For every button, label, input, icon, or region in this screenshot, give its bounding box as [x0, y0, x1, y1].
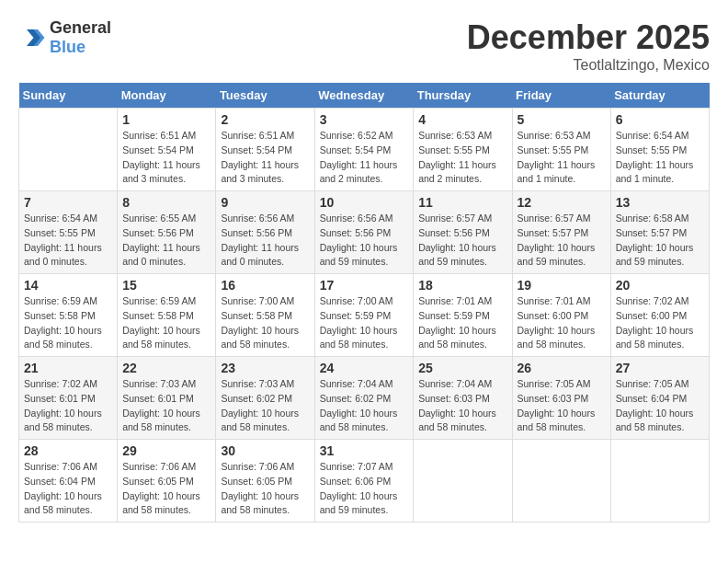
- calendar-day-cell: 31Sunrise: 7:07 AM Sunset: 6:06 PM Dayli…: [314, 440, 414, 523]
- calendar-day-cell: 30Sunrise: 7:06 AM Sunset: 6:05 PM Dayli…: [216, 440, 314, 523]
- day-info: Sunrise: 7:04 AM Sunset: 6:03 PM Dayligh…: [418, 377, 506, 435]
- day-number: 4: [418, 112, 506, 127]
- calendar-day-cell: 12Sunrise: 6:57 AM Sunset: 5:57 PM Dayli…: [512, 191, 610, 274]
- calendar-day-cell: 20Sunrise: 7:02 AM Sunset: 6:00 PM Dayli…: [610, 274, 709, 357]
- day-info: Sunrise: 6:56 AM Sunset: 5:56 PM Dayligh…: [221, 212, 309, 270]
- calendar-day-cell: 10Sunrise: 6:56 AM Sunset: 5:56 PM Dayli…: [314, 191, 414, 274]
- calendar-day-cell: 28Sunrise: 7:06 AM Sunset: 6:04 PM Dayli…: [19, 440, 118, 523]
- day-info: Sunrise: 6:52 AM Sunset: 5:54 PM Dayligh…: [320, 129, 409, 187]
- calendar-day-cell: 13Sunrise: 6:58 AM Sunset: 5:57 PM Dayli…: [610, 191, 709, 274]
- calendar-day-cell: 4Sunrise: 6:53 AM Sunset: 5:55 PM Daylig…: [414, 109, 512, 191]
- day-number: 25: [418, 361, 506, 375]
- day-info: Sunrise: 7:00 AM Sunset: 5:58 PM Dayligh…: [221, 294, 309, 352]
- day-number: 17: [320, 278, 409, 293]
- calendar-day-cell: [414, 440, 512, 523]
- calendar-week-row: 21Sunrise: 7:02 AM Sunset: 6:01 PM Dayli…: [19, 357, 710, 440]
- calendar-day-cell: 3Sunrise: 6:52 AM Sunset: 5:54 PM Daylig…: [314, 109, 414, 191]
- day-number: 18: [418, 278, 506, 293]
- page-header: General Blue December 2025 Teotlaltzingo…: [18, 18, 710, 74]
- calendar-day-cell: 25Sunrise: 7:04 AM Sunset: 6:03 PM Dayli…: [414, 357, 512, 440]
- calendar-day-cell: 16Sunrise: 7:00 AM Sunset: 5:58 PM Dayli…: [216, 274, 314, 357]
- day-info: Sunrise: 6:51 AM Sunset: 5:54 PM Dayligh…: [122, 129, 210, 187]
- calendar-day-cell: 8Sunrise: 6:55 AM Sunset: 5:56 PM Daylig…: [118, 191, 216, 274]
- logo-general: General: [50, 18, 111, 37]
- day-number: 16: [221, 278, 309, 293]
- day-number: 26: [518, 361, 606, 375]
- day-info: Sunrise: 7:06 AM Sunset: 6:04 PM Dayligh…: [24, 460, 112, 518]
- day-info: Sunrise: 7:01 AM Sunset: 5:59 PM Dayligh…: [418, 294, 506, 352]
- day-number: 31: [320, 443, 409, 458]
- location-title: Teotlaltzingo, Mexico: [467, 57, 710, 74]
- day-number: 30: [221, 443, 309, 458]
- day-number: 27: [616, 361, 704, 375]
- calendar-day-cell: 7Sunrise: 6:54 AM Sunset: 5:55 PM Daylig…: [19, 191, 118, 274]
- day-info: Sunrise: 6:58 AM Sunset: 5:57 PM Dayligh…: [616, 212, 704, 270]
- weekday-header: Tuesday: [216, 83, 314, 109]
- day-info: Sunrise: 6:59 AM Sunset: 5:58 PM Dayligh…: [24, 294, 112, 352]
- day-number: 19: [518, 278, 606, 293]
- weekday-header: Sunday: [19, 83, 118, 109]
- day-info: Sunrise: 6:59 AM Sunset: 5:58 PM Dayligh…: [122, 294, 210, 352]
- month-title: December 2025: [467, 18, 710, 57]
- day-info: Sunrise: 7:04 AM Sunset: 6:02 PM Dayligh…: [320, 377, 409, 435]
- day-number: 14: [24, 278, 112, 293]
- weekday-header: Wednesday: [314, 83, 414, 109]
- calendar-table: SundayMondayTuesdayWednesdayThursdayFrid…: [18, 83, 710, 523]
- day-number: 28: [24, 443, 112, 458]
- calendar-day-cell: 22Sunrise: 7:03 AM Sunset: 6:01 PM Dayli…: [118, 357, 216, 440]
- day-info: Sunrise: 7:06 AM Sunset: 6:05 PM Dayligh…: [221, 460, 309, 518]
- day-number: 13: [616, 195, 704, 210]
- day-number: 2: [221, 112, 309, 127]
- day-info: Sunrise: 7:05 AM Sunset: 6:03 PM Dayligh…: [518, 377, 606, 435]
- day-info: Sunrise: 6:53 AM Sunset: 5:55 PM Dayligh…: [418, 129, 506, 187]
- day-number: 3: [320, 112, 409, 127]
- day-number: 12: [518, 195, 606, 210]
- weekday-header: Saturday: [610, 83, 709, 109]
- title-section: December 2025 Teotlaltzingo, Mexico: [467, 18, 710, 74]
- day-info: Sunrise: 6:56 AM Sunset: 5:56 PM Dayligh…: [320, 212, 409, 270]
- calendar-day-cell: 18Sunrise: 7:01 AM Sunset: 5:59 PM Dayli…: [414, 274, 512, 357]
- calendar-day-cell: 14Sunrise: 6:59 AM Sunset: 5:58 PM Dayli…: [19, 274, 118, 357]
- calendar-day-cell: 1Sunrise: 6:51 AM Sunset: 5:54 PM Daylig…: [118, 109, 216, 191]
- day-info: Sunrise: 7:03 AM Sunset: 6:02 PM Dayligh…: [221, 377, 309, 435]
- calendar-day-cell: 24Sunrise: 7:04 AM Sunset: 6:02 PM Dayli…: [314, 357, 414, 440]
- day-info: Sunrise: 7:06 AM Sunset: 6:05 PM Dayligh…: [122, 460, 210, 518]
- day-info: Sunrise: 6:54 AM Sunset: 5:55 PM Dayligh…: [24, 212, 112, 270]
- calendar-day-cell: 9Sunrise: 6:56 AM Sunset: 5:56 PM Daylig…: [216, 191, 314, 274]
- day-info: Sunrise: 6:54 AM Sunset: 5:55 PM Dayligh…: [616, 129, 704, 187]
- logo-icon: [18, 24, 46, 52]
- day-info: Sunrise: 6:57 AM Sunset: 5:56 PM Dayligh…: [418, 212, 506, 270]
- day-number: 22: [122, 361, 210, 375]
- day-info: Sunrise: 6:57 AM Sunset: 5:57 PM Dayligh…: [518, 212, 606, 270]
- weekday-header: Thursday: [414, 83, 512, 109]
- day-info: Sunrise: 7:02 AM Sunset: 6:01 PM Dayligh…: [24, 377, 112, 435]
- calendar-week-row: 28Sunrise: 7:06 AM Sunset: 6:04 PM Dayli…: [19, 440, 710, 523]
- calendar-week-row: 14Sunrise: 6:59 AM Sunset: 5:58 PM Dayli…: [19, 274, 710, 357]
- calendar-day-cell: 23Sunrise: 7:03 AM Sunset: 6:02 PM Dayli…: [216, 357, 314, 440]
- day-info: Sunrise: 7:00 AM Sunset: 5:59 PM Dayligh…: [320, 294, 409, 352]
- calendar-day-cell: 21Sunrise: 7:02 AM Sunset: 6:01 PM Dayli…: [19, 357, 118, 440]
- day-info: Sunrise: 7:07 AM Sunset: 6:06 PM Dayligh…: [320, 460, 409, 518]
- day-number: 1: [122, 112, 210, 127]
- day-number: 21: [24, 361, 112, 375]
- day-number: 15: [122, 278, 210, 293]
- calendar-day-cell: 2Sunrise: 6:51 AM Sunset: 5:54 PM Daylig…: [216, 109, 314, 191]
- day-number: 29: [122, 443, 210, 458]
- calendar-day-cell: 15Sunrise: 6:59 AM Sunset: 5:58 PM Dayli…: [118, 274, 216, 357]
- calendar-day-cell: 27Sunrise: 7:05 AM Sunset: 6:04 PM Dayli…: [610, 357, 709, 440]
- day-info: Sunrise: 6:53 AM Sunset: 5:55 PM Dayligh…: [518, 129, 606, 187]
- calendar-day-cell: [512, 440, 610, 523]
- calendar-week-row: 1Sunrise: 6:51 AM Sunset: 5:54 PM Daylig…: [19, 109, 710, 191]
- day-info: Sunrise: 6:51 AM Sunset: 5:54 PM Dayligh…: [221, 129, 309, 187]
- day-number: 23: [221, 361, 309, 375]
- day-info: Sunrise: 7:02 AM Sunset: 6:00 PM Dayligh…: [616, 294, 704, 352]
- calendar-day-cell: 5Sunrise: 6:53 AM Sunset: 5:55 PM Daylig…: [512, 109, 610, 191]
- calendar-day-cell: [19, 109, 118, 191]
- day-number: 5: [518, 112, 606, 127]
- calendar-day-cell: 17Sunrise: 7:00 AM Sunset: 5:59 PM Dayli…: [314, 274, 414, 357]
- weekday-header: Friday: [512, 83, 610, 109]
- calendar-week-row: 7Sunrise: 6:54 AM Sunset: 5:55 PM Daylig…: [19, 191, 710, 274]
- day-number: 11: [418, 195, 506, 210]
- calendar-day-cell: 29Sunrise: 7:06 AM Sunset: 6:05 PM Dayli…: [118, 440, 216, 523]
- day-number: 20: [616, 278, 704, 293]
